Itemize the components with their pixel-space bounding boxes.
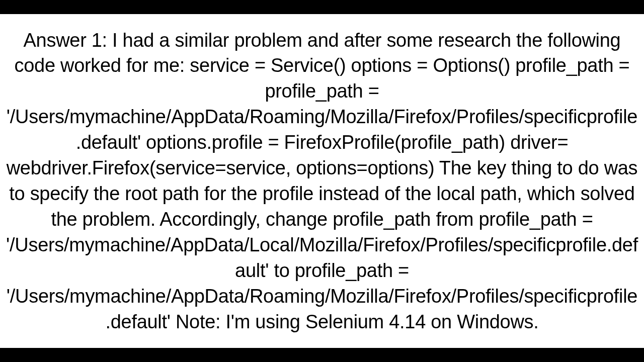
content-area: Answer 1: I had a similar problem and af…	[0, 14, 644, 348]
answer-text: Answer 1: I had a similar problem and af…	[5, 28, 639, 335]
bottom-black-bar	[0, 348, 644, 362]
top-black-bar	[0, 0, 644, 14]
